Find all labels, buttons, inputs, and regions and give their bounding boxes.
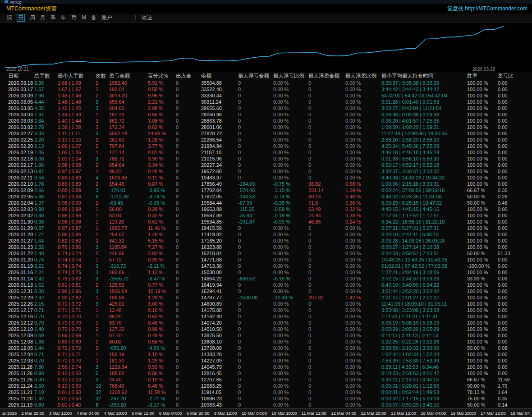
table-row[interactable]: 2026.03.054.351.45 | 1.453604.622.08 %02… <box>0 105 532 111</box>
menu-item-综[interactable]: 综 <box>6 14 12 21</box>
table-row[interactable]: 2026.02.171.960.98 | 0.982654.643.34 %02… <box>0 162 532 168</box>
table-row[interactable]: 2026.01.221.480.74 | 0.742446.963.03 %01… <box>0 250 532 257</box>
table-row[interactable]: 2025.12.090.690.69 | 0.69167.400.49 %013… <box>0 332 532 339</box>
cell-min-max-lots: 1.01 | 1.04 <box>58 156 96 161</box>
table-row[interactable]: 2025.12.160.700.70 | 0.70188.200.63 %014… <box>0 313 532 320</box>
table-row[interactable]: 2026.03.171.671.67 | 1.671192.040.58 %03… <box>0 86 532 92</box>
cell-max-float-profit-pct: 0.00 % <box>345 371 381 376</box>
menu-item-年[interactable]: 年 <box>61 14 66 21</box>
table-row[interactable]: 2026.01.131.620.81 | 0.812125.530.77 %01… <box>0 282 532 288</box>
table-row[interactable]: 2025.12.170.710.71 | 0.71113.480.10 %014… <box>0 307 532 313</box>
cell-total-lots: 0.30 <box>34 377 58 382</box>
table-row[interactable]: 2025.11.242.600.10 | 0.5010768.406.45 %0… <box>0 383 532 389</box>
menu-item-季[interactable]: 季 <box>50 14 56 21</box>
cell-balance: 19415.59 <box>201 225 238 231</box>
cell-pl-ratio: 0.00 <box>498 225 517 231</box>
table-row[interactable]: 2025.12.292.922.92 | 2.921186.881.28 %01… <box>0 294 532 301</box>
cell-pl-amount: -316.72 <box>109 263 148 269</box>
table-row[interactable]: 2025.11.190.800.01 | 0.408-359.20-3.17 %… <box>0 402 532 408</box>
menu-item-月[interactable]: 月 <box>40 14 46 21</box>
table-row[interactable]: 2026.01.300.980.98 | 0.981119.260.61 %01… <box>0 219 532 225</box>
cell-max-float-profit-pct: 0.00 % <box>345 326 381 332</box>
table-row[interactable]: 2026.02.183.061.01 | 1.043788.723.90 %02… <box>0 156 532 162</box>
time-axis: ar 20262 Mar 20:003 Mar 12:004 Mar 04:00… <box>0 408 532 417</box>
site-link[interactable]: 复盘侠 http://MTCommander.com <box>447 5 527 13</box>
table-row[interactable]: 2026.02.113.560.89 | 0.8941626.889.11 %0… <box>0 174 532 181</box>
table-row[interactable]: 2026.02.101.780.89 | 0.892154.450.87 %01… <box>0 181 532 187</box>
cell-pl-amount: 3019.20 <box>109 93 148 98</box>
cell-count: 1 <box>96 314 109 319</box>
table-row[interactable]: 2026.02.202.131.06 | 1.072797.843.77 %02… <box>0 143 532 149</box>
table-row[interactable]: 2026.01.232.320.76 | 0.8031105.847.27 %0… <box>0 244 532 250</box>
cell-max-float-loss: 0 <box>238 162 273 168</box>
table-row[interactable]: 2026.02.130.970.97 | 0.97189.230.46 %019… <box>0 168 532 174</box>
cell-pl-amount: 56.00 <box>109 206 148 212</box>
table-row[interactable]: 2026.03.032.841.40 | 1.442862.723.08 %02… <box>0 118 532 124</box>
table-row[interactable]: 2026.01.142.420.78 | 0.823-1555.72-9.47 … <box>0 275 532 282</box>
cell-max-float-profit-pct: 0.00 % <box>345 345 381 351</box>
cell-deposit-withdraw: 0 <box>176 99 201 105</box>
cell-balance: 19534.85 <box>201 219 238 225</box>
cell-pl-ratio: 0.00 <box>498 143 517 149</box>
cell-max-float-loss: 0 <box>238 326 273 332</box>
table-row[interactable]: 2025.12.051.440.72 | 0.722-655.20-4.56 %… <box>0 345 532 351</box>
table-row[interactable]: 2026.01.192.220.74 | 0.743-316.72-2.11 %… <box>0 263 532 269</box>
table-row[interactable]: 2026.02.055.660.87 | 0.986-1712.39-8.74 … <box>0 193 532 200</box>
table-row[interactable]: 2025.12.030.700.70 | 0.701181.301.29 %01… <box>0 357 532 364</box>
table-row[interactable]: 2026.02.030.980.98 | 0.98156.000.29 %019… <box>0 206 532 212</box>
menu-item-周[interactable]: 周 <box>30 14 35 21</box>
menu-item-日[interactable]: 日 <box>17 14 25 22</box>
menu-item-币[interactable]: 币 <box>71 14 77 21</box>
menu-item-账户[interactable]: 账户 <box>101 14 112 21</box>
table-row[interactable]: 2026.02.092.660.88 | 0.893-170.01-0.95 %… <box>0 187 532 193</box>
cell-pl-ratio: 0.00 <box>498 333 517 338</box>
cell-total-lots: 4.44 <box>34 99 58 105</box>
table-row[interactable]: 2026.01.200.740.74 | 0.74157.720.39 %014… <box>0 257 532 263</box>
table-row[interactable]: 2025.11.287.862.56 | 2.7431229.349.59 %0… <box>0 364 532 370</box>
table-row[interactable]: 2025.12.081.380.69 | 0.69280.020.58 %013… <box>0 339 532 345</box>
cell-max-float-loss-pct: 0.00 % <box>273 80 308 86</box>
cell-pl-amount: 186.88 <box>109 295 148 300</box>
table-row[interactable]: 2025.11.250.300.10 | 0.10324.400.19 %012… <box>0 376 532 383</box>
table-row[interactable]: 2025.12.262.150.71 | 0.723425.013.00 %01… <box>0 301 532 307</box>
table-row[interactable]: 2025.12.101.400.70 | 0.702137.300.99 %01… <box>0 326 532 332</box>
table-row[interactable]: 2026.03.064.441.48 | 1.483655.642.21 %03… <box>0 99 532 105</box>
cell-total-lots: 0.70 <box>34 314 58 319</box>
table-row[interactable]: 2026.02.041.970.98 | 0.992-69.45-0.35 %0… <box>0 200 532 206</box>
cell-pl-amount: 797.84 <box>109 143 148 149</box>
cell-pl-percent: 3.34 % <box>148 162 176 168</box>
table-row[interactable]: 2026.01.162.240.74 | 0.753165.861.12 %01… <box>0 269 532 275</box>
table-row[interactable]: 2025.12.040.710.71 | 0.711156.191.10 %01… <box>0 351 532 357</box>
cell-total-lots: 2.22 <box>34 263 58 269</box>
table-row[interactable]: 2025.11.217.100.01 | 0.50321228.6211.50 … <box>0 389 532 395</box>
menu-item-M[interactable]: M <box>82 14 86 21</box>
table-row[interactable]: 2025.12.318.882.96 | 2.9631506.6410.19 %… <box>0 288 532 294</box>
table-row[interactable]: 2026.01.290.870.87 | 0.8711995.7711.46 %… <box>0 225 532 231</box>
cell-pl-percent: 3.03 % <box>148 251 176 256</box>
table-row[interactable]: 2026.01.281.720.86 | 0.862254.621.48 %01… <box>0 231 532 238</box>
table-row[interactable]: 2026.02.252.201.10 | 1.102281.601.28 %02… <box>0 137 532 143</box>
cell-pl-percent: 0.10 % <box>148 307 176 313</box>
table-row[interactable]: 2025.11.260.900.10 | 0.505108.800.86 %01… <box>0 370 532 376</box>
table-row[interactable]: 2026.02.020.980.98 | 0.98163.040.32 %019… <box>0 212 532 219</box>
cell-max-float-profit-pct: 0.00 % <box>345 282 381 288</box>
menu-item-备[interactable]: 备 <box>91 14 96 21</box>
table-row[interactable]: 2026.02.273.331.11 | 1.1135562.1824.98 %… <box>0 130 532 137</box>
cell-pl-ratio: 0.00 <box>498 238 517 243</box>
table-row[interactable]: 2026.03.041.441.44 | 1.441187.200.65 %02… <box>0 111 532 118</box>
cell-pl-ratio: 0.00 <box>498 181 517 187</box>
cell-pl-ratio: 0.00 <box>498 175 517 180</box>
table-row[interactable]: 2026.03.183.361.68 | 1.6821982.405.91 %0… <box>0 80 532 86</box>
cell-holding-time: 1:17:51 | 1:17:51 | 1:17:51 <box>381 213 467 218</box>
cell-min-max-lots: 0.01 | 0.50 <box>58 390 96 395</box>
menu-item-轨迹[interactable]: 轨迹 <box>142 14 152 21</box>
table-row[interactable]: 2026.02.191.051.05 | 1.051171.140.81 %02… <box>0 149 532 156</box>
table-row[interactable]: 2026.01.271.640.82 | 0.822841.325.15 %01… <box>0 238 532 244</box>
cell-max-float-loss: -570.48 <box>238 188 273 193</box>
cell-max-float-loss-pct: -0.75 % <box>273 181 308 187</box>
table-row[interactable]: 2026.03.022.781.39 | 1.392172.340.62 %02… <box>0 124 532 130</box>
table-row[interactable]: 2025.12.120.700.70 | 0.70163.700.45 %014… <box>0 320 532 326</box>
table-row[interactable]: 2026.03.092.961.48 | 1.4823019.209.96 %0… <box>0 92 532 99</box>
cell-win-rate: 100.00 % <box>467 213 498 218</box>
table-row[interactable]: 2025.11.201.420.01 | 0.5032-297.20-2.71 … <box>0 395 532 402</box>
